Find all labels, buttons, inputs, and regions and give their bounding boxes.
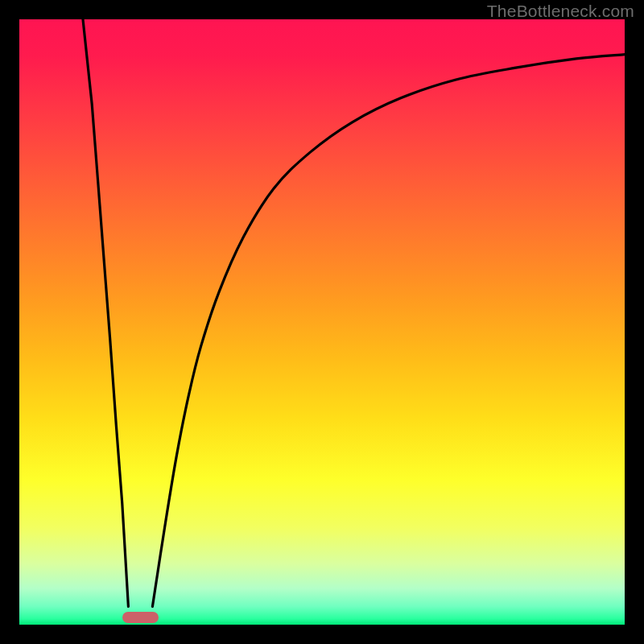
chart-frame [11,11,633,633]
plot-area [19,19,625,625]
optimum-marker [122,612,159,623]
bottleneck-curve [19,19,625,625]
watermark-text: TheBottleneck.com [487,2,634,21]
